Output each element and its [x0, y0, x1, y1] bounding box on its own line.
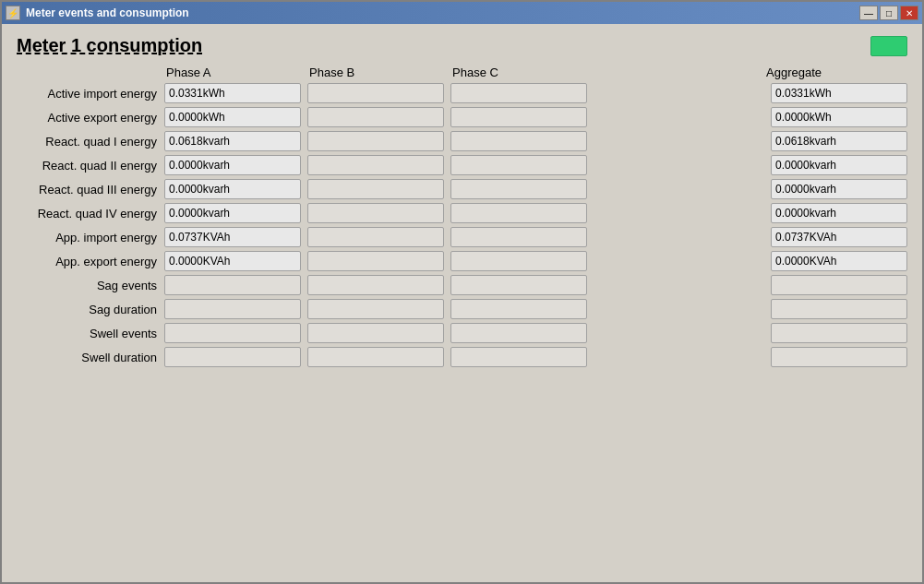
status-indicator — [870, 36, 907, 56]
table-row: React. quad III energy 0.0000kvarh 0.000… — [17, 179, 907, 199]
row-label: Active export energy — [17, 111, 164, 125]
phase-b-header: Phase B — [307, 66, 450, 79]
aggregate-field[interactable]: 0.0000kvarh — [771, 203, 907, 223]
aggregate-field[interactable] — [771, 299, 907, 319]
table-row: React. quad IV energy 0.0000kvarh 0.0000… — [17, 203, 907, 223]
data-grid: Phase A Phase B Phase C Aggregate Active… — [17, 66, 907, 371]
phase-c-field[interactable] — [450, 179, 587, 199]
table-row: App. import energy 0.0737KVAh 0.0737KVAh — [17, 227, 907, 247]
aggregate-field[interactable]: 0.0737KVAh — [771, 227, 907, 247]
row-label: Sag duration — [17, 303, 164, 316]
phase-a-field[interactable] — [164, 323, 301, 343]
page-title: Meter 1 consumption — [17, 35, 202, 56]
rows-container: Active import energy 0.0331kWh 0.0331kWh… — [17, 83, 907, 371]
phase-a-field[interactable]: 0.0000kvarh — [164, 179, 301, 199]
phase-c-header: Phase C — [450, 66, 594, 79]
row-label: React. quad III energy — [17, 183, 164, 197]
aggregate-field[interactable]: 0.0000kvarh — [771, 155, 907, 175]
phase-a-field[interactable]: 0.0000kvarh — [164, 155, 301, 175]
row-label: React. quad II energy — [17, 159, 164, 173]
row-label: App. export energy — [17, 255, 164, 268]
phase-b-field[interactable] — [307, 275, 444, 295]
table-row: React. quad II energy 0.0000kvarh 0.0000… — [17, 155, 907, 175]
phase-b-field[interactable] — [307, 347, 444, 367]
row-label: App. import energy — [17, 231, 164, 244]
phase-a-field[interactable]: 0.0000kvarh — [164, 203, 301, 223]
row-label: React. quad I energy — [17, 135, 164, 149]
maximize-button[interactable]: □ — [880, 6, 898, 20]
title-bar: ⚡ Meter events and consumption — □ ✕ — [2, 2, 922, 24]
aggregate-field[interactable]: 0.0000kWh — [771, 107, 907, 127]
phase-a-field[interactable]: 0.0618kvarh — [164, 131, 301, 151]
table-row: Swell duration — [17, 347, 907, 367]
row-label: Active import energy — [17, 87, 164, 101]
row-label: Sag events — [17, 279, 164, 292]
table-row: Swell events — [17, 323, 907, 343]
phase-c-field[interactable] — [450, 323, 587, 343]
phase-c-field[interactable] — [450, 251, 587, 271]
aggregate-field[interactable] — [771, 347, 907, 367]
aggregate-field[interactable] — [771, 323, 907, 343]
phase-c-field[interactable] — [450, 299, 587, 319]
phase-c-field[interactable] — [450, 107, 587, 127]
window-icon: ⚡ — [6, 6, 20, 20]
aggregate-field[interactable] — [771, 275, 907, 295]
phase-b-field[interactable] — [307, 299, 444, 319]
minimize-button[interactable]: — — [859, 6, 878, 20]
phase-c-field[interactable] — [450, 155, 587, 175]
phase-a-field[interactable]: 0.0000KVAh — [164, 251, 301, 271]
phase-c-field[interactable] — [450, 83, 587, 103]
header-row: Meter 1 consumption — [17, 35, 907, 56]
table-row: App. export energy 0.0000KVAh 0.0000KVAh — [17, 251, 907, 271]
phase-c-field[interactable] — [450, 131, 587, 151]
phase-a-field[interactable] — [164, 347, 301, 367]
phase-b-field[interactable] — [307, 251, 444, 271]
phase-b-field[interactable] — [307, 155, 444, 175]
phase-b-field[interactable] — [307, 203, 444, 223]
aggregate-field[interactable]: 0.0618kvarh — [771, 131, 907, 151]
column-headers: Phase A Phase B Phase C Aggregate — [17, 66, 907, 79]
aggregate-field[interactable]: 0.0000KVAh — [771, 251, 907, 271]
phase-c-field[interactable] — [450, 347, 587, 367]
main-window: ⚡ Meter events and consumption — □ ✕ Met… — [0, 0, 924, 584]
title-bar-buttons: — □ ✕ — [859, 6, 918, 20]
phase-b-field[interactable] — [307, 83, 444, 103]
table-row: Active export energy 0.0000kWh 0.0000kWh — [17, 107, 907, 127]
aggregate-field[interactable]: 0.0331kWh — [771, 83, 907, 103]
phase-a-field[interactable] — [164, 275, 301, 295]
phase-c-field[interactable] — [450, 275, 587, 295]
phase-a-field[interactable]: 0.0331kWh — [164, 83, 301, 103]
phase-b-field[interactable] — [307, 131, 444, 151]
phase-c-field[interactable] — [450, 203, 587, 223]
phase-b-field[interactable] — [307, 323, 444, 343]
phase-b-field[interactable] — [307, 227, 444, 247]
phase-a-field[interactable]: 0.0000kWh — [164, 107, 301, 127]
title-bar-left: ⚡ Meter events and consumption — [6, 6, 189, 20]
table-row: React. quad I energy 0.0618kvarh 0.0618k… — [17, 131, 907, 151]
phase-a-header: Phase A — [164, 66, 307, 79]
aggregate-field[interactable]: 0.0000kvarh — [771, 179, 907, 199]
window-title: Meter events and consumption — [26, 6, 189, 19]
aggregate-header: Aggregate — [764, 66, 907, 79]
table-row: Sag duration — [17, 299, 907, 319]
row-label: Swell duration — [17, 351, 164, 364]
phase-a-field[interactable]: 0.0737KVAh — [164, 227, 301, 247]
phase-a-field[interactable] — [164, 299, 301, 319]
content-area: Meter 1 consumption Phase A Phase B Phas… — [2, 24, 922, 582]
phase-c-field[interactable] — [450, 227, 587, 247]
table-row: Sag events — [17, 275, 907, 295]
row-label: React. quad IV energy — [17, 207, 164, 220]
table-row: Active import energy 0.0331kWh 0.0331kWh — [17, 83, 907, 103]
close-button[interactable]: ✕ — [900, 6, 918, 20]
phase-b-field[interactable] — [307, 179, 444, 199]
row-label: Swell events — [17, 327, 164, 340]
phase-b-field[interactable] — [307, 107, 444, 127]
